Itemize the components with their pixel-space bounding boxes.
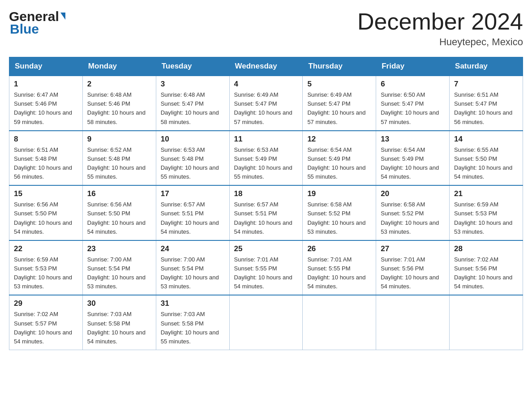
- calendar-cell: 1Sunrise: 6:47 AMSunset: 5:46 PMDaylight…: [9, 76, 83, 131]
- calendar-cell: 27Sunrise: 7:01 AMSunset: 5:56 PMDayligh…: [376, 240, 450, 295]
- calendar-cell: 18Sunrise: 6:57 AMSunset: 5:51 PMDayligh…: [229, 185, 303, 240]
- title-block: December 2024 Hueytepec, Mexico: [357, 9, 523, 48]
- cell-sun-info: Sunrise: 6:50 AMSunset: 5:47 PMDaylight:…: [381, 90, 445, 127]
- cell-sun-info: Sunrise: 7:03 AMSunset: 5:58 PMDaylight:…: [161, 310, 225, 346]
- calendar-week-row: 29Sunrise: 7:02 AMSunset: 5:57 PMDayligh…: [9, 295, 523, 350]
- cell-sun-info: Sunrise: 6:49 AMSunset: 5:47 PMDaylight:…: [234, 90, 298, 127]
- cell-sun-info: Sunrise: 6:58 AMSunset: 5:52 PMDaylight:…: [381, 200, 445, 236]
- calendar-subtitle: Hueytepec, Mexico: [357, 36, 523, 48]
- cell-day-number: 31: [161, 299, 225, 308]
- cell-sun-info: Sunrise: 6:48 AMSunset: 5:46 PMDaylight:…: [87, 90, 151, 127]
- page-header: General Blue December 2024 Hueytepec, Me…: [9, 9, 523, 48]
- cell-sun-info: Sunrise: 6:52 AMSunset: 5:48 PMDaylight:…: [87, 146, 151, 182]
- calendar-cell: 23Sunrise: 7:00 AMSunset: 5:54 PMDayligh…: [82, 240, 156, 295]
- cell-day-number: 7: [454, 80, 518, 89]
- cell-sun-info: Sunrise: 7:01 AMSunset: 5:55 PMDaylight:…: [307, 255, 371, 291]
- calendar-cell: 14Sunrise: 6:55 AMSunset: 5:50 PMDayligh…: [450, 131, 523, 186]
- cell-day-number: 29: [14, 299, 78, 308]
- calendar-cell: 25Sunrise: 7:01 AMSunset: 5:55 PMDayligh…: [229, 240, 303, 295]
- cell-sun-info: Sunrise: 7:01 AMSunset: 5:55 PMDaylight:…: [234, 255, 298, 291]
- cell-day-number: 23: [87, 244, 151, 253]
- calendar-cell: 6Sunrise: 6:50 AMSunset: 5:47 PMDaylight…: [376, 76, 450, 131]
- cell-sun-info: Sunrise: 6:56 AMSunset: 5:50 PMDaylight:…: [14, 200, 78, 236]
- cell-sun-info: Sunrise: 6:59 AMSunset: 5:53 PMDaylight:…: [14, 255, 78, 291]
- calendar-cell: 22Sunrise: 6:59 AMSunset: 5:53 PMDayligh…: [9, 240, 83, 295]
- calendar-table: SundayMondayTuesdayWednesdayThursdayFrid…: [9, 57, 523, 350]
- logo-triangle-icon: [60, 13, 65, 20]
- cell-day-number: 25: [234, 244, 298, 253]
- cell-day-number: 2: [87, 80, 151, 89]
- column-header-sunday: Sunday: [9, 57, 83, 76]
- calendar-cell: 29Sunrise: 7:02 AMSunset: 5:57 PMDayligh…: [9, 295, 83, 350]
- calendar-cell: 5Sunrise: 6:49 AMSunset: 5:47 PMDaylight…: [303, 76, 376, 131]
- cell-sun-info: Sunrise: 6:49 AMSunset: 5:47 PMDaylight:…: [307, 90, 371, 127]
- cell-day-number: 30: [87, 299, 151, 308]
- column-header-saturday: Saturday: [450, 57, 523, 76]
- cell-day-number: 18: [234, 189, 298, 198]
- calendar-title: December 2024: [357, 9, 523, 34]
- cell-day-number: 16: [87, 189, 151, 198]
- calendar-cell: [450, 295, 523, 350]
- cell-day-number: 11: [234, 135, 298, 144]
- calendar-week-row: 15Sunrise: 6:56 AMSunset: 5:50 PMDayligh…: [9, 185, 523, 240]
- cell-day-number: 10: [161, 135, 225, 144]
- cell-sun-info: Sunrise: 6:57 AMSunset: 5:51 PMDaylight:…: [234, 200, 298, 236]
- cell-sun-info: Sunrise: 6:59 AMSunset: 5:53 PMDaylight:…: [454, 200, 518, 236]
- calendar-cell: 21Sunrise: 6:59 AMSunset: 5:53 PMDayligh…: [450, 185, 523, 240]
- calendar-cell: 24Sunrise: 7:00 AMSunset: 5:54 PMDayligh…: [156, 240, 229, 295]
- calendar-cell: 15Sunrise: 6:56 AMSunset: 5:50 PMDayligh…: [9, 185, 83, 240]
- calendar-header-row: SundayMondayTuesdayWednesdayThursdayFrid…: [9, 57, 523, 76]
- cell-sun-info: Sunrise: 7:02 AMSunset: 5:56 PMDaylight:…: [454, 255, 518, 291]
- cell-sun-info: Sunrise: 7:01 AMSunset: 5:56 PMDaylight:…: [381, 255, 445, 291]
- cell-sun-info: Sunrise: 7:02 AMSunset: 5:57 PMDaylight:…: [14, 310, 78, 346]
- calendar-cell: 16Sunrise: 6:56 AMSunset: 5:50 PMDayligh…: [82, 185, 156, 240]
- cell-sun-info: Sunrise: 6:54 AMSunset: 5:49 PMDaylight:…: [307, 146, 371, 182]
- calendar-cell: [376, 295, 450, 350]
- cell-sun-info: Sunrise: 6:51 AMSunset: 5:48 PMDaylight:…: [14, 146, 78, 182]
- cell-day-number: 9: [87, 135, 151, 144]
- cell-sun-info: Sunrise: 7:03 AMSunset: 5:58 PMDaylight:…: [87, 310, 151, 346]
- column-header-tuesday: Tuesday: [156, 57, 229, 76]
- cell-day-number: 27: [381, 244, 445, 253]
- calendar-cell: [303, 295, 376, 350]
- column-header-wednesday: Wednesday: [229, 57, 303, 76]
- column-header-thursday: Thursday: [303, 57, 376, 76]
- cell-sun-info: Sunrise: 6:53 AMSunset: 5:49 PMDaylight:…: [234, 146, 298, 182]
- calendar-week-row: 8Sunrise: 6:51 AMSunset: 5:48 PMDaylight…: [9, 131, 523, 186]
- calendar-cell: 8Sunrise: 6:51 AMSunset: 5:48 PMDaylight…: [9, 131, 83, 186]
- cell-sun-info: Sunrise: 6:57 AMSunset: 5:51 PMDaylight:…: [161, 200, 225, 236]
- cell-sun-info: Sunrise: 6:56 AMSunset: 5:50 PMDaylight:…: [87, 200, 151, 236]
- cell-sun-info: Sunrise: 6:48 AMSunset: 5:47 PMDaylight:…: [161, 90, 225, 127]
- cell-day-number: 24: [161, 244, 225, 253]
- calendar-cell: 10Sunrise: 6:53 AMSunset: 5:48 PMDayligh…: [156, 131, 229, 186]
- cell-day-number: 13: [381, 135, 445, 144]
- calendar-cell: 13Sunrise: 6:54 AMSunset: 5:49 PMDayligh…: [376, 131, 450, 186]
- cell-day-number: 5: [307, 80, 371, 89]
- calendar-cell: 28Sunrise: 7:02 AMSunset: 5:56 PMDayligh…: [450, 240, 523, 295]
- cell-day-number: 3: [161, 80, 225, 89]
- cell-sun-info: Sunrise: 6:55 AMSunset: 5:50 PMDaylight:…: [454, 146, 518, 182]
- cell-day-number: 15: [14, 189, 78, 198]
- cell-day-number: 4: [234, 80, 298, 89]
- calendar-cell: 2Sunrise: 6:48 AMSunset: 5:46 PMDaylight…: [82, 76, 156, 131]
- calendar-cell: 31Sunrise: 7:03 AMSunset: 5:58 PMDayligh…: [156, 295, 229, 350]
- calendar-cell: 30Sunrise: 7:03 AMSunset: 5:58 PMDayligh…: [82, 295, 156, 350]
- calendar-cell: [229, 295, 303, 350]
- cell-day-number: 19: [307, 189, 371, 198]
- calendar-cell: 3Sunrise: 6:48 AMSunset: 5:47 PMDaylight…: [156, 76, 229, 131]
- calendar-week-row: 22Sunrise: 6:59 AMSunset: 5:53 PMDayligh…: [9, 240, 523, 295]
- cell-day-number: 22: [14, 244, 78, 253]
- cell-day-number: 20: [381, 189, 445, 198]
- calendar-cell: 12Sunrise: 6:54 AMSunset: 5:49 PMDayligh…: [303, 131, 376, 186]
- cell-day-number: 14: [454, 135, 518, 144]
- calendar-week-row: 1Sunrise: 6:47 AMSunset: 5:46 PMDaylight…: [9, 76, 523, 131]
- column-header-friday: Friday: [376, 57, 450, 76]
- calendar-cell: 20Sunrise: 6:58 AMSunset: 5:52 PMDayligh…: [376, 185, 450, 240]
- logo: General Blue: [9, 9, 65, 37]
- cell-sun-info: Sunrise: 6:51 AMSunset: 5:47 PMDaylight:…: [454, 90, 518, 127]
- calendar-cell: 9Sunrise: 6:52 AMSunset: 5:48 PMDaylight…: [82, 131, 156, 186]
- cell-day-number: 28: [454, 244, 518, 253]
- cell-sun-info: Sunrise: 6:47 AMSunset: 5:46 PMDaylight:…: [14, 90, 78, 127]
- cell-sun-info: Sunrise: 6:54 AMSunset: 5:49 PMDaylight:…: [381, 146, 445, 182]
- cell-day-number: 1: [14, 80, 78, 89]
